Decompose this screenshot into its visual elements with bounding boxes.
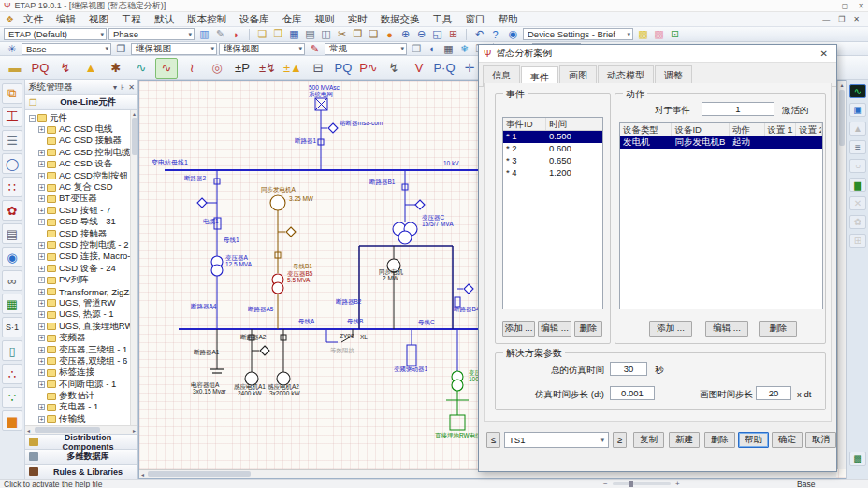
cancel-button[interactable]: 取消 [805, 432, 836, 448]
menu-帮助[interactable]: 帮助 [491, 13, 524, 26]
paste-icon[interactable]: ❏ [366, 28, 382, 41]
pan-icon[interactable]: ● [382, 28, 398, 41]
table-row[interactable]: * 20.600 [503, 143, 602, 155]
zoom-out-icon[interactable]: ⊖ [413, 28, 429, 41]
menu-实时[interactable]: 实时 [340, 13, 373, 26]
save-icon[interactable]: ▦ [286, 28, 302, 41]
harmonic-analysis-icon[interactable]: ∿ [130, 58, 152, 79]
expand-icon[interactable]: + [38, 416, 45, 423]
tree-item[interactable]: +BT变压器 [27, 194, 137, 205]
dot-chain-icon[interactable]: ∵ [2, 387, 22, 408]
breaker-diamond[interactable] [464, 284, 473, 294]
panel-close-icon[interactable]: ✕ [128, 83, 135, 92]
zoom-in-control[interactable]: + [675, 480, 680, 488]
tree-vertical-scrollbar[interactable]: ▴ [130, 110, 137, 425]
copy-case-button[interactable]: 复制 [633, 432, 664, 448]
minimize-button[interactable]: — [825, 2, 832, 10]
table-row[interactable]: * 30.650 [503, 155, 602, 167]
mdi-minimize-button[interactable]: — [822, 15, 830, 23]
menu-编辑[interactable]: 编辑 [50, 13, 82, 26]
tree-item[interactable]: +变压器,三绕组 - 1 [27, 344, 137, 355]
short-circuit-icon[interactable]: ↯ [54, 58, 77, 79]
rules-libraries-button[interactable]: Rules & Libraries [25, 464, 137, 479]
actions-table[interactable]: 设备类型设备ID动作设置 1设置 2 发电机同步发电机B起动 [619, 122, 823, 309]
star-coordination-icon[interactable]: ≀ [181, 58, 203, 79]
close-disabled-icon[interactable]: ✕ [849, 196, 866, 210]
zoom-slider[interactable] [613, 482, 671, 485]
breaker-diamond[interactable] [415, 200, 425, 209]
revision-combo[interactable]: Base▾ [22, 43, 111, 55]
tree-root-item[interactable]: −元件 [27, 112, 137, 123]
diagram-element-circle[interactable] [270, 195, 285, 210]
expand-icon[interactable]: + [38, 311, 45, 318]
expand-icon[interactable]: + [38, 335, 45, 341]
zoom-fit-icon[interactable]: ⊞ [445, 28, 461, 41]
tree-item[interactable]: +CSD 连接, Macro-Ct [27, 251, 137, 263]
expand-icon[interactable]: + [38, 266, 45, 272]
tree-item[interactable]: +变压器,双绕组 - 6 [27, 355, 137, 366]
pink-note-icon[interactable]: ▩ [651, 28, 667, 41]
presentation-combo[interactable]: 继保视图▾ [131, 43, 217, 55]
mdi-restore-button[interactable]: ❐ [838, 15, 845, 23]
menu-默认[interactable]: 默认 [148, 13, 181, 26]
tree-item[interactable]: +UGS, 管道RW [27, 297, 137, 309]
maximize-button[interactable]: ▢ [842, 2, 849, 10]
dark-panel-icon[interactable]: ▦ [441, 42, 456, 55]
menu-规则[interactable]: 规则 [308, 13, 340, 26]
dual-ball-icon[interactable]: ◐ [425, 42, 441, 55]
menu-视图[interactable]: 视图 [82, 13, 115, 26]
tree-item[interactable]: CSD 接触器 [27, 228, 137, 239]
ok-button[interactable]: 确定 [772, 432, 803, 448]
bus-element-icon[interactable]: 工 [2, 107, 22, 127]
menu-窗口[interactable]: 窗口 [458, 13, 491, 26]
expand-icon[interactable]: + [38, 300, 45, 307]
expand-icon[interactable]: + [38, 404, 45, 410]
diagram-element-circle[interactable] [452, 380, 463, 391]
tree-item[interactable]: +Transformer, ZigZag [27, 286, 137, 297]
canvas-vertical-scrollbar[interactable]: ▴ [837, 81, 846, 469]
scenario-green-icon[interactable]: ▩ [849, 452, 866, 466]
column-header[interactable]: 动作 [730, 123, 765, 136]
expand-icon[interactable]: + [38, 173, 45, 179]
breaker-diamond[interactable] [328, 123, 338, 133]
scroll-left-icon[interactable]: ◂ [27, 427, 30, 434]
table-row[interactable]: * 10.500 [503, 131, 602, 143]
menu-工程[interactable]: 工程 [115, 13, 148, 26]
page-copy-icon[interactable]: ❐ [409, 42, 425, 55]
phase-combo[interactable]: Phase▾ [108, 28, 195, 40]
theme-palette-icon[interactable]: ◗ [228, 28, 244, 41]
breaker-diamond[interactable] [197, 198, 207, 208]
comment-icon[interactable]: ⊡ [667, 28, 683, 41]
cut-icon[interactable]: ✂ [334, 28, 350, 41]
tree-item[interactable]: +CSD 按钮 - 7 [27, 205, 137, 216]
arc-flash-icon[interactable]: ▲ [80, 58, 102, 79]
diagram-element-box[interactable] [450, 415, 465, 430]
presentation-pages-icon[interactable]: ❐ [113, 42, 129, 55]
close-button[interactable]: ✕ [858, 2, 864, 10]
scroll-left-icon[interactable]: ◂ [141, 471, 144, 478]
diagram-element-box[interactable] [407, 345, 416, 366]
caret-down-icon[interactable]: ▾ [113, 83, 117, 92]
new-case-button[interactable]: 新建 [669, 432, 700, 448]
pq-dot-icon[interactable]: P·Q [433, 58, 456, 79]
expand-icon[interactable]: + [38, 161, 45, 167]
expand-icon[interactable]: + [38, 289, 45, 295]
events-table[interactable]: 事件ID时间 * 10.500* 20.600* 30.650* 41.200 [502, 117, 603, 309]
tree-item[interactable]: +CSD 控制电缆 - 2 [27, 239, 137, 251]
view-combo[interactable]: 继保视图▾ [219, 43, 305, 55]
pin-icon[interactable]: ⊦ [121, 83, 124, 92]
column-header[interactable]: 设备ID [672, 123, 729, 136]
tree-item[interactable]: +不间断电源 - 1 [27, 379, 137, 390]
dots-panel-icon[interactable]: ∷ [2, 177, 22, 197]
table-row[interactable]: 发电机同步发电机B起动 [620, 136, 822, 149]
reliability-icon[interactable]: ±↯ [256, 58, 279, 79]
multidim-database-button[interactable]: 多维数据库 [25, 449, 137, 464]
expand-icon[interactable]: + [38, 242, 45, 249]
help-button[interactable]: 帮助 [738, 432, 769, 448]
ground-grid-icon[interactable]: ↯ [383, 58, 405, 79]
pencil-icon[interactable]: ✎ [212, 28, 228, 41]
mdi-close-button[interactable]: ✕ [853, 15, 860, 23]
alarm-disabled-icon[interactable]: ▲ [849, 122, 866, 136]
tree-item[interactable]: +CSD 导线 - 31 [27, 217, 137, 228]
column-header[interactable]: 设置 2 [796, 123, 822, 136]
